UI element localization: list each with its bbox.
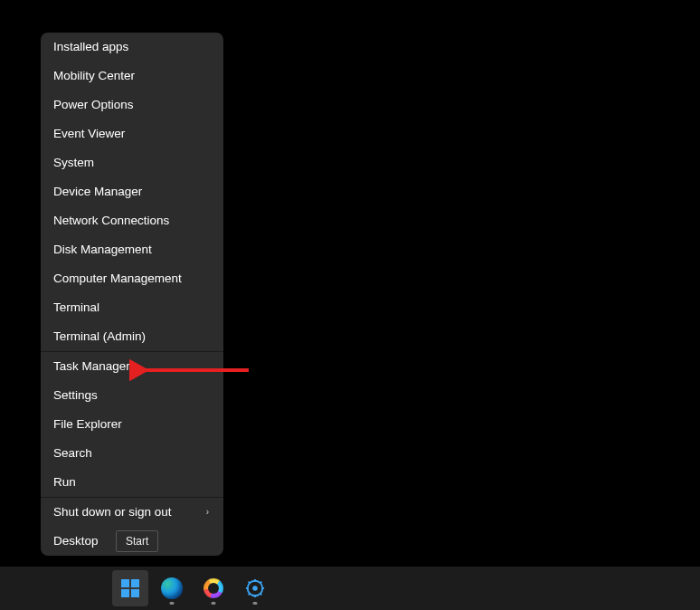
winx-context-menu: Installed appsMobility CenterPower Optio… (41, 33, 223, 556)
start-button[interactable] (112, 570, 148, 606)
running-indicator (212, 602, 216, 605)
menu-item-label: Installed apps (53, 39, 128, 55)
svg-rect-2 (131, 579, 139, 587)
menu-item-label: Terminal (Admin) (53, 329, 146, 345)
menu-event-viewer[interactable]: Event Viewer (41, 119, 223, 148)
menu-file-explorer[interactable]: File Explorer (41, 410, 223, 439)
menu-search[interactable]: Search (41, 439, 223, 468)
menu-item-label: Disk Management (53, 242, 152, 258)
menu-item-label: File Explorer (53, 416, 122, 433)
taskbar (0, 567, 700, 610)
menu-system[interactable]: System (41, 148, 223, 177)
svg-rect-3 (121, 589, 129, 597)
menu-item-label: Task Manager (53, 358, 130, 375)
menu-item-label: Desktop (53, 533, 99, 549)
svg-rect-1 (121, 579, 129, 587)
running-indicator (170, 602, 175, 605)
svg-line-11 (249, 582, 251, 584)
menu-item-label: System (53, 155, 94, 171)
copilot-icon (203, 578, 223, 598)
menu-mobility-center[interactable]: Mobility Center (41, 62, 223, 91)
menu-power-options[interactable]: Power Options (41, 91, 223, 119)
menu-item-label: Settings (53, 387, 98, 404)
menu-network-connections[interactable]: Network Connections (41, 206, 223, 235)
menu-device-manager[interactable]: Device Manager (41, 177, 223, 206)
menu-item-label: Terminal (53, 300, 99, 316)
menu-task-manager[interactable]: Task Manager (41, 352, 223, 381)
menu-settings[interactable]: Settings (41, 381, 223, 410)
menu-item-label: Run (53, 474, 76, 491)
menu-computer-management[interactable]: Computer Management (41, 264, 223, 293)
menu-disk-management[interactable]: Disk Management (41, 235, 223, 264)
menu-item-label: Network Connections (53, 213, 169, 229)
menu-terminal-admin[interactable]: Terminal (Admin) (41, 322, 223, 351)
menu-item-label: Shut down or sign out (53, 504, 172, 520)
edge-button[interactable] (154, 570, 190, 606)
menu-item-label: Device Manager (53, 184, 142, 200)
menu-run[interactable]: Run (41, 468, 223, 497)
running-indicator (253, 602, 258, 605)
copilot-button[interactable] (195, 570, 232, 606)
menu-item-label: Event Viewer (53, 126, 125, 142)
menu-item-label: Search (53, 445, 92, 462)
chevron-right-icon: › (206, 504, 209, 520)
edge-icon (161, 577, 183, 599)
menu-terminal[interactable]: Terminal (41, 293, 223, 322)
svg-point-6 (252, 586, 258, 591)
windows-logo-icon (119, 577, 141, 599)
svg-line-12 (260, 594, 262, 596)
settings-button[interactable] (237, 570, 273, 606)
start-tooltip: Start (116, 530, 158, 552)
gear-icon (245, 578, 265, 598)
svg-line-13 (249, 594, 251, 596)
menu-item-label: Mobility Center (53, 68, 135, 84)
menu-installed-apps[interactable]: Installed apps (41, 33, 223, 62)
menu-shutdown-signout[interactable]: Shut down or sign out› (41, 498, 223, 527)
menu-item-label: Power Options (53, 97, 134, 113)
menu-item-label: Computer Management (53, 271, 182, 287)
svg-rect-4 (131, 589, 139, 597)
svg-line-14 (260, 582, 262, 584)
